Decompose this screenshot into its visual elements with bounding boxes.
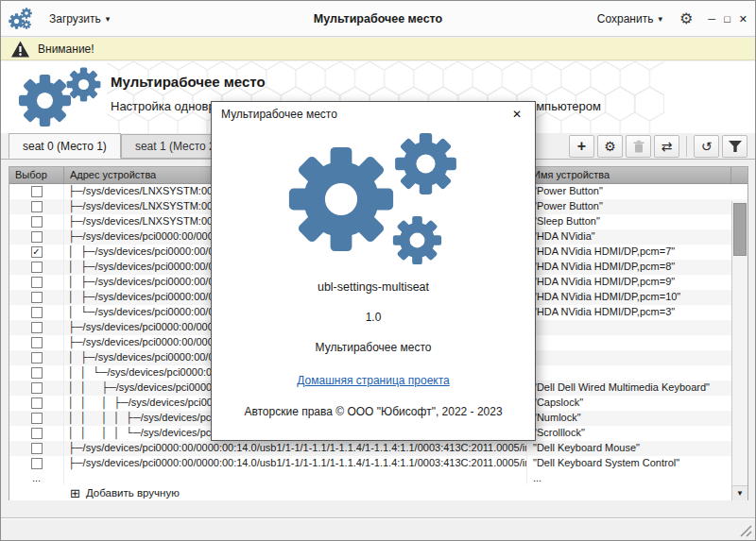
header-spacer — [731, 167, 747, 183]
ellipsis-select-cell: ... — [9, 471, 64, 484]
select-cell — [9, 380, 64, 396]
row-checkbox[interactable] — [31, 292, 43, 303]
row-checkbox[interactable] — [31, 186, 43, 197]
swap-arrows-icon: ⇄ — [662, 139, 673, 154]
device-name-cell: "Dell Keyboard System Control" — [527, 456, 747, 471]
device-name-cell: "HDA NVidia HDMI/DP,pcm=8" — [527, 260, 747, 275]
row-checkbox[interactable] — [31, 322, 43, 333]
select-cell — [9, 456, 64, 471]
row-checkbox[interactable] — [31, 262, 43, 273]
row-checkbox[interactable] — [31, 352, 43, 363]
delete-device-button[interactable] — [626, 135, 651, 158]
device-name-cell: "HDA NVidia HDMI/DP,pcm=7" — [527, 245, 747, 260]
select-cell — [9, 396, 64, 411]
settings-gear-button[interactable]: ⚙ — [679, 11, 693, 26]
maximize-button[interactable]: □ — [724, 14, 730, 25]
app-gears-icon — [18, 67, 105, 129]
select-cell — [9, 426, 64, 441]
ellipsis-name-cell: ... — [527, 471, 747, 484]
col-name-header: Имя устройства — [527, 167, 731, 183]
select-cell — [9, 199, 64, 214]
trash-icon — [632, 140, 645, 154]
dialog-title: Мультирабочее место — [221, 108, 337, 121]
select-cell — [9, 335, 64, 350]
device-name-cell: "Power Button" — [527, 184, 747, 199]
select-cell — [9, 290, 64, 305]
warning-banner: Внимание! — [1, 38, 755, 60]
row-checkbox[interactable]: ✓ — [31, 246, 43, 258]
filter-button[interactable] — [722, 135, 747, 158]
toolbar: Загрузить ▾ Мультирабочее место Сохранит… — [1, 1, 755, 37]
add-manually-row[interactable]: ⊞ Добавить вручную — [9, 484, 747, 500]
select-cell — [9, 275, 64, 290]
select-cell — [9, 184, 64, 199]
tab-seat0[interactable]: seat 0 (Место 1) — [9, 133, 121, 159]
row-checkbox[interactable] — [31, 443, 43, 454]
ellipsis-row: ... ... — [9, 471, 747, 484]
swap-seats-button[interactable]: ⇄ — [654, 135, 679, 158]
row-checkbox[interactable] — [31, 277, 43, 288]
row-checkbox[interactable] — [31, 397, 43, 409]
device-name-cell: "Scrolllock" — [527, 426, 747, 441]
warning-text: Внимание! — [38, 42, 94, 56]
table-row[interactable]: ├─/sys/devices/pci0000:00/0000:00:14.0/u… — [9, 456, 747, 471]
select-cell — [9, 365, 64, 380]
device-name-cell — [527, 320, 747, 335]
row-checkbox[interactable] — [31, 413, 43, 424]
select-cell — [9, 229, 64, 245]
col-select-header: Выбор — [9, 167, 64, 183]
save-button-label: Сохранить — [597, 12, 654, 25]
row-checkbox[interactable] — [31, 307, 43, 318]
homepage-link[interactable]: Домашняя страница проекта — [297, 374, 449, 387]
row-checkbox[interactable] — [31, 201, 43, 212]
row-checkbox[interactable] — [31, 216, 43, 228]
device-name-cell: "Dell Dell Wired Multimedia Keyboard" — [527, 380, 747, 396]
undo-icon: ↺ — [701, 139, 713, 154]
caret-down-icon: ▾ — [106, 14, 111, 24]
close-button[interactable]: ✕ — [739, 14, 747, 25]
version-text: 1.0 — [212, 311, 535, 324]
row-checkbox[interactable] — [31, 428, 43, 439]
device-name-cell: "Power Button" — [527, 199, 747, 214]
select-cell — [9, 305, 64, 320]
row-checkbox[interactable] — [31, 458, 43, 469]
select-cell — [9, 441, 64, 456]
select-cell — [9, 260, 64, 275]
save-button[interactable]: Сохранить ▾ — [592, 8, 668, 29]
row-checkbox[interactable] — [31, 382, 43, 394]
gear-icon: ⚙ — [604, 139, 616, 154]
app-id-text: ubl-settings-multiseat — [212, 280, 535, 294]
device-name-cell: "HDA NVidia HDMI/DP,pcm=9" — [527, 275, 747, 290]
select-cell — [9, 350, 64, 365]
add-device-button[interactable]: + — [569, 135, 594, 158]
load-button[interactable]: Загрузить ▾ — [43, 8, 115, 29]
device-name-cell — [527, 350, 747, 365]
row-checkbox[interactable] — [31, 337, 43, 348]
scrollbar-thumb[interactable] — [733, 203, 747, 256]
scroll-down-button[interactable]: ▼ — [732, 485, 747, 500]
table-row[interactable]: ├─/sys/devices/pci0000:00/0000:00:14.0/u… — [9, 441, 747, 456]
device-name-cell: "Capslock" — [527, 396, 747, 411]
dialog-close-button[interactable]: ✕ — [508, 107, 525, 122]
app-name-text: Мультирабочее место — [212, 341, 535, 354]
minimize-button[interactable]: ─ — [708, 14, 715, 25]
undo-button[interactable]: ↺ — [694, 135, 719, 158]
about-dialog: Мультирабочее место ✕ ubl-settings-multi… — [211, 101, 536, 441]
app-logo-icon — [9, 8, 34, 31]
select-cell — [9, 320, 64, 335]
status-groove — [1, 517, 755, 519]
row-checkbox[interactable] — [31, 231, 43, 243]
configure-device-button[interactable]: ⚙ — [597, 135, 623, 158]
filter-funnel-icon — [728, 140, 743, 153]
vertical-scrollbar[interactable]: ▼ — [731, 201, 747, 500]
caret-down-icon: ▾ — [658, 14, 662, 24]
load-button-label: Загрузить — [49, 12, 101, 25]
select-cell — [9, 214, 64, 229]
resize-grip[interactable] — [740, 525, 752, 537]
device-name-cell — [527, 365, 747, 380]
plus-icon: + — [577, 139, 586, 154]
row-checkbox[interactable] — [31, 367, 43, 379]
device-name-cell — [527, 335, 747, 350]
device-name-cell: "Numlock" — [527, 411, 747, 426]
about-gears-icon — [284, 132, 463, 269]
